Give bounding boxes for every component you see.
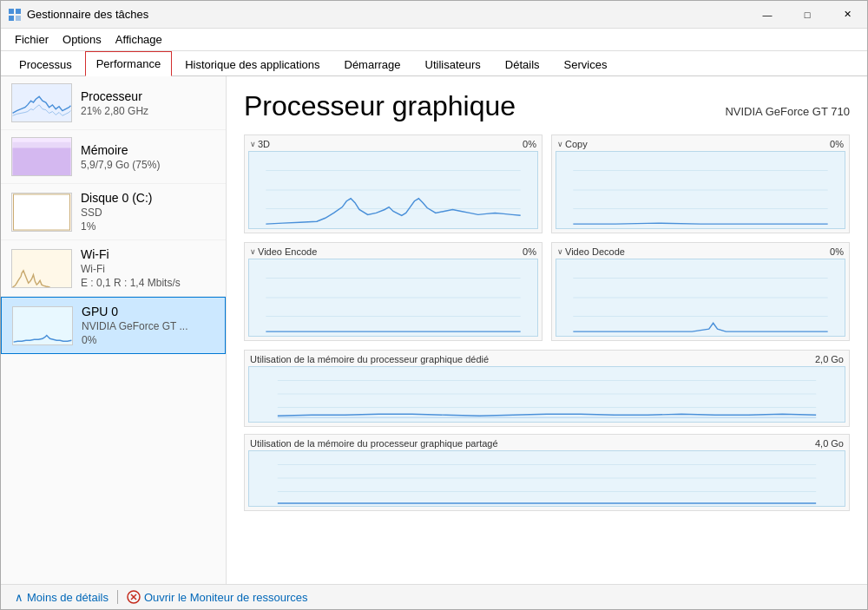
charts-grid: ∨ 3D 0% — [244, 134, 850, 341]
monitor-icon — [127, 590, 141, 604]
disk-info: Disque 0 (C:) SSD 1% — [81, 191, 215, 233]
tab-demarrage[interactable]: Démarrage — [333, 52, 412, 76]
chart-encode-label: Video Encode — [258, 246, 317, 257]
minimize-button[interactable]: — — [747, 1, 787, 29]
chart-shared-mem: Utilisation de la mémoire du processeur … — [244, 434, 850, 511]
gpu-sub1: NVIDIA GeForce GT ... — [82, 320, 214, 332]
panel-subtitle: NVIDIA GeForce GT 710 — [725, 105, 850, 118]
chart-copy-area — [556, 151, 845, 229]
chart-3d: ∨ 3D 0% — [244, 134, 542, 233]
chevron-up-icon: ∧ — [15, 591, 23, 604]
wifi-info: Wi-Fi Wi-Fi E : 0,1 R : 1,4 Mbits/s — [81, 247, 215, 289]
gpu-thumbnail — [12, 306, 73, 345]
chevron-copy: ∨ — [557, 140, 563, 148]
svg-rect-2 — [9, 16, 14, 21]
chart-encode-area — [248, 259, 538, 337]
tab-performance[interactable]: Performance — [85, 51, 172, 76]
shared-mem-value: 4,0 Go — [815, 438, 844, 449]
chart-3d-area — [248, 151, 538, 229]
mem-title: Mémoire — [81, 143, 215, 157]
wifi-title: Wi-Fi — [81, 247, 215, 261]
dedicated-mem-label: Utilisation de la mémoire du processeur … — [250, 354, 489, 364]
tab-historique[interactable]: Historique des applications — [174, 52, 331, 76]
chart-copy-value: 0% — [830, 139, 844, 149]
menu-bar: Fichier Options Affichage — [1, 29, 867, 51]
gpu-info: GPU 0 NVIDIA GeForce GT ... 0% — [82, 305, 214, 346]
gpu-title: GPU 0 — [82, 305, 214, 318]
chart-3d-value: 0% — [523, 139, 536, 149]
svg-rect-1 — [16, 9, 21, 14]
app-icon — [8, 8, 22, 22]
monitor-label: Ouvrir le Moniteur de ressources — [144, 591, 308, 604]
menu-options[interactable]: Options — [56, 30, 108, 49]
maximize-button[interactable]: □ — [787, 1, 827, 29]
chart-dedicated-mem: Utilisation de la mémoire du processeur … — [244, 350, 850, 427]
tab-bar: Processus Performance Historique des app… — [1, 51, 867, 76]
sidebar-item-disk[interactable]: Disque 0 (C:) SSD 1% — [1, 184, 226, 240]
cpu-sub: 21% 2,80 GHz — [81, 105, 215, 117]
chart-copy: ∨ Copy 0% — [551, 134, 850, 233]
svg-rect-3 — [16, 16, 21, 21]
disk-title: Disque 0 (C:) — [81, 191, 215, 205]
gpu-sub2: 0% — [82, 334, 214, 346]
wifi-sub2: E : 0,1 R : 1,4 Mbits/s — [81, 277, 215, 289]
bottom-separator — [117, 590, 118, 604]
mem-thumbnail — [11, 137, 72, 176]
window-title: Gestionnaire des tâches — [27, 8, 148, 21]
chevron-3d: ∨ — [250, 140, 256, 148]
chart-decode-value: 0% — [830, 246, 844, 257]
panel-title: Processeur graphique — [244, 90, 516, 122]
sidebar-item-memory[interactable]: Mémoire 5,9/7,9 Go (75%) — [1, 130, 226, 184]
disk-sub1: SSD — [81, 207, 215, 219]
svg-rect-6 — [13, 193, 71, 231]
disk-sub2: 1% — [81, 220, 215, 233]
tab-services[interactable]: Services — [553, 52, 619, 76]
menu-affichage[interactable]: Affichage — [108, 30, 169, 49]
disk-thumbnail — [11, 193, 72, 232]
sidebar-item-cpu[interactable]: Processeur 21% 2,80 GHz — [1, 76, 226, 130]
chart-copy-label: Copy — [565, 139, 588, 149]
cpu-info: Processeur 21% 2,80 GHz — [81, 89, 215, 117]
wifi-thumbnail — [11, 249, 72, 288]
tab-processus[interactable]: Processus — [8, 52, 83, 76]
svg-rect-5 — [13, 148, 71, 175]
tab-details[interactable]: Détails — [494, 52, 551, 76]
chart-video-encode: ∨ Video Encode 0% — [244, 242, 542, 341]
shared-mem-label: Utilisation de la mémoire du processeur … — [250, 438, 498, 449]
monitor-button[interactable]: Ouvrir le Moniteur de ressources — [127, 590, 308, 604]
mem-sub: 5,9/7,9 Go (75%) — [81, 159, 215, 171]
chart-dedicated-area — [248, 366, 845, 423]
sidebar: Processeur 21% 2,80 GHz Mémoire 5,9/7,9 … — [1, 76, 227, 584]
right-panel: Processeur graphique NVIDIA GeForce GT 7… — [227, 76, 867, 584]
close-button[interactable]: ✕ — [827, 1, 867, 29]
tab-utilisateurs[interactable]: Utilisateurs — [414, 52, 492, 76]
menu-fichier[interactable]: Fichier — [8, 30, 56, 49]
sidebar-item-gpu[interactable]: GPU 0 NVIDIA GeForce GT ... 0% — [1, 297, 226, 354]
chart-video-decode: ∨ Video Decode 0% — [551, 242, 850, 341]
cpu-title: Processeur — [81, 89, 215, 103]
chart-encode-value: 0% — [523, 246, 536, 257]
bottom-bar: ∧ Moins de détails Ouvrir le Moniteur de… — [1, 584, 867, 609]
chevron-decode: ∨ — [557, 247, 563, 256]
dedicated-mem-value: 2,0 Go — [815, 354, 844, 364]
chart-decode-label: Video Decode — [565, 246, 625, 257]
chart-decode-area — [556, 259, 845, 337]
main-content: Processeur 21% 2,80 GHz Mémoire 5,9/7,9 … — [1, 76, 867, 584]
sidebar-item-wifi[interactable]: Wi-Fi Wi-Fi E : 0,1 R : 1,4 Mbits/s — [1, 240, 226, 297]
cpu-thumbnail — [11, 83, 72, 122]
wifi-sub1: Wi-Fi — [81, 263, 215, 275]
mem-info: Mémoire 5,9/7,9 Go (75%) — [81, 143, 215, 171]
less-details-label: Moins de détails — [27, 591, 108, 604]
less-details-button[interactable]: ∧ Moins de détails — [15, 591, 108, 604]
chart-shared-area — [248, 450, 845, 507]
svg-rect-0 — [9, 9, 14, 14]
chart-3d-label: 3D — [258, 139, 270, 149]
panel-header: Processeur graphique NVIDIA GeForce GT 7… — [244, 90, 850, 122]
title-bar: Gestionnaire des tâches — □ ✕ — [1, 1, 867, 29]
chevron-encode: ∨ — [250, 247, 256, 256]
